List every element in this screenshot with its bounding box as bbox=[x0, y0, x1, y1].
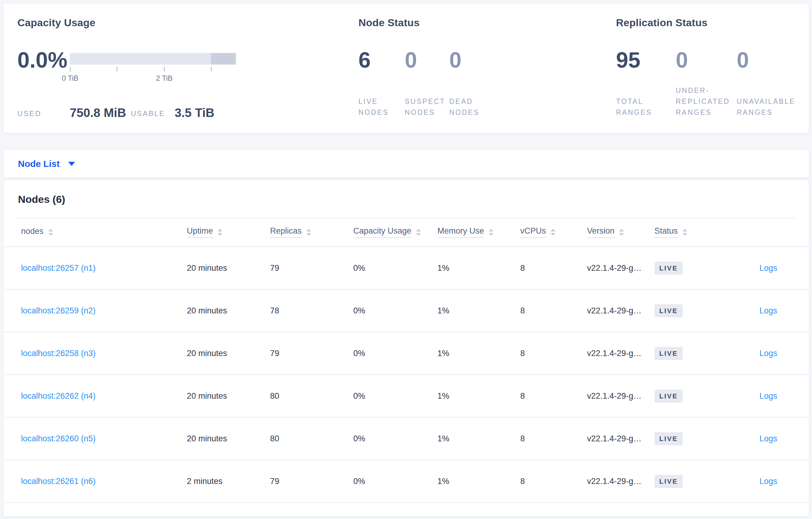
column-header-replicas: Replicas bbox=[270, 226, 353, 238]
total-ranges-value: 95 bbox=[616, 49, 640, 71]
sort-icon[interactable] bbox=[550, 229, 555, 236]
sort-asc-arrow bbox=[489, 229, 493, 232]
node-cell: localhost:26260 (n5) bbox=[21, 434, 187, 444]
sort-desc-arrow bbox=[306, 233, 311, 236]
node-cell: localhost:26262 (n4) bbox=[21, 391, 187, 401]
sort-asc-arrow bbox=[416, 229, 421, 232]
column-header-label[interactable]: Status bbox=[655, 226, 678, 238]
status-cell: LIVE bbox=[655, 475, 720, 488]
sort-asc-arrow bbox=[306, 229, 311, 232]
axis-tick bbox=[211, 67, 211, 71]
nodes-table-panel: Nodes (6) nodesUptimeReplicasCapacity Us… bbox=[3, 180, 809, 517]
logs-link[interactable]: Logs bbox=[759, 477, 777, 486]
replication-status-section: Replication Status 95 TOTAL RANGES 0 UND… bbox=[614, 3, 809, 134]
node-cell: localhost:26261 (n6) bbox=[21, 477, 187, 486]
logs-cell: Logs bbox=[720, 434, 777, 444]
sort-desc-arrow bbox=[48, 233, 53, 236]
table-body: localhost:26257 (n1)20 minutes790%1%8v22… bbox=[3, 247, 809, 503]
memory-cell: 1% bbox=[437, 477, 520, 486]
logs-link[interactable]: Logs bbox=[759, 434, 777, 443]
column-header-label[interactable]: vCPUs bbox=[520, 226, 546, 238]
node-link[interactable]: localhost:26262 (n4) bbox=[21, 391, 96, 400]
sort-desc-arrow bbox=[489, 233, 493, 236]
nodes-table: nodesUptimeReplicasCapacity UsageMemory … bbox=[3, 218, 809, 503]
node-cell: localhost:26257 (n1) bbox=[21, 264, 187, 273]
column-header-nodes: nodes bbox=[21, 226, 187, 238]
version-cell: v22.1.4-29-g… bbox=[587, 391, 655, 401]
usable-label: USABLE bbox=[131, 109, 165, 118]
table-row: localhost:26259 (n2)20 minutes780%1%8v22… bbox=[3, 289, 809, 332]
capacity-cell: 0% bbox=[353, 264, 437, 273]
column-header-label[interactable]: Capacity Usage bbox=[353, 226, 411, 238]
logs-link[interactable]: Logs bbox=[759, 264, 777, 273]
under-replicated-ranges-label: UNDER-REPLICATED RANGES bbox=[676, 85, 737, 118]
replicas-cell: 80 bbox=[270, 391, 353, 401]
node-cell: localhost:26259 (n2) bbox=[21, 306, 187, 315]
vcpus-cell: 8 bbox=[520, 306, 587, 315]
node-link[interactable]: localhost:26261 (n6) bbox=[21, 477, 96, 486]
chevron-down-icon bbox=[68, 162, 75, 166]
memory-cell: 1% bbox=[437, 264, 520, 273]
column-header-label[interactable]: Uptime bbox=[187, 226, 213, 238]
sort-asc-arrow bbox=[550, 229, 555, 232]
column-header-label[interactable]: nodes bbox=[21, 226, 44, 238]
uptime-cell: 20 minutes bbox=[187, 306, 270, 315]
logs-link[interactable]: Logs bbox=[759, 391, 777, 400]
under-replicated-ranges-stat: 0 UNDER-REPLICATED RANGES bbox=[676, 3, 737, 134]
column-header-capacity: Capacity Usage bbox=[353, 226, 437, 238]
status-badge: LIVE bbox=[655, 475, 683, 488]
node-link[interactable]: localhost:26257 (n1) bbox=[21, 264, 96, 273]
suspect-nodes-stat: 0 SUSPECT NODES bbox=[405, 3, 449, 134]
sort-icon[interactable] bbox=[489, 229, 493, 236]
column-header-label[interactable]: Memory Use bbox=[437, 226, 484, 238]
sort-desc-arrow bbox=[416, 233, 421, 236]
column-header-label[interactable]: Version bbox=[587, 226, 614, 238]
sort-icon[interactable] bbox=[48, 229, 53, 236]
column-header-vcpus: vCPUs bbox=[520, 226, 587, 238]
node-link[interactable]: localhost:26260 (n5) bbox=[21, 434, 96, 443]
node-link[interactable]: localhost:26259 (n2) bbox=[21, 306, 96, 315]
status-badge: LIVE bbox=[655, 347, 683, 360]
logs-cell: Logs bbox=[720, 349, 777, 358]
capacity-used-percent: 0.0% bbox=[18, 49, 67, 71]
replicas-cell: 78 bbox=[270, 306, 353, 315]
capacity-bar-reserved-segment bbox=[211, 53, 236, 65]
node-status-section: Node Status 6 LIVE NODES 0 SUSPECT NODES… bbox=[357, 3, 527, 134]
status-cell: LIVE bbox=[655, 432, 720, 445]
vcpus-cell: 8 bbox=[520, 264, 587, 273]
axis-tick-label: 0 TiB bbox=[52, 74, 88, 83]
column-header-uptime: Uptime bbox=[187, 226, 270, 238]
capacity-cell: 0% bbox=[353, 477, 437, 486]
logs-link[interactable]: Logs bbox=[759, 306, 777, 315]
status-cell: LIVE bbox=[655, 390, 720, 403]
node-link[interactable]: localhost:26258 (n3) bbox=[21, 349, 96, 358]
memory-cell: 1% bbox=[437, 349, 520, 358]
suspect-nodes-label: SUSPECT NODES bbox=[405, 96, 447, 118]
table-row: localhost:26260 (n5)20 minutes800%1%8v22… bbox=[3, 418, 809, 460]
status-badge: LIVE bbox=[655, 390, 683, 403]
live-nodes-label: LIVE NODES bbox=[358, 96, 398, 118]
node-list-dropdown[interactable]: Node List bbox=[18, 150, 75, 178]
logs-link[interactable]: Logs bbox=[759, 349, 777, 358]
replicas-cell: 79 bbox=[270, 477, 353, 486]
replicas-cell: 79 bbox=[270, 264, 353, 273]
nodes-table-title: Nodes (6) bbox=[18, 193, 65, 205]
sort-icon[interactable] bbox=[218, 229, 223, 236]
capacity-usage-title: Capacity Usage bbox=[18, 17, 95, 29]
sort-icon[interactable] bbox=[619, 229, 624, 236]
sort-asc-arrow bbox=[48, 229, 53, 232]
dead-nodes-label: DEAD NODES bbox=[449, 96, 489, 118]
table-row: localhost:26258 (n3)20 minutes790%1%8v22… bbox=[3, 332, 809, 375]
sort-icon[interactable] bbox=[683, 229, 687, 236]
cluster-overview-card: Capacity Usage 0.0% 0 TiB 2 TiB USED 750… bbox=[3, 3, 809, 133]
sort-icon[interactable] bbox=[306, 229, 311, 236]
column-header-label[interactable]: Replicas bbox=[270, 226, 302, 238]
live-nodes-stat: 6 LIVE NODES bbox=[358, 3, 405, 134]
sort-icon[interactable] bbox=[416, 229, 421, 236]
node-list-dropdown-label: Node List bbox=[18, 159, 60, 169]
logs-cell: Logs bbox=[720, 306, 777, 315]
column-header-status: Status bbox=[655, 226, 720, 238]
version-cell: v22.1.4-29-g… bbox=[587, 477, 655, 486]
capacity-cell: 0% bbox=[353, 434, 437, 444]
memory-cell: 1% bbox=[437, 391, 520, 401]
